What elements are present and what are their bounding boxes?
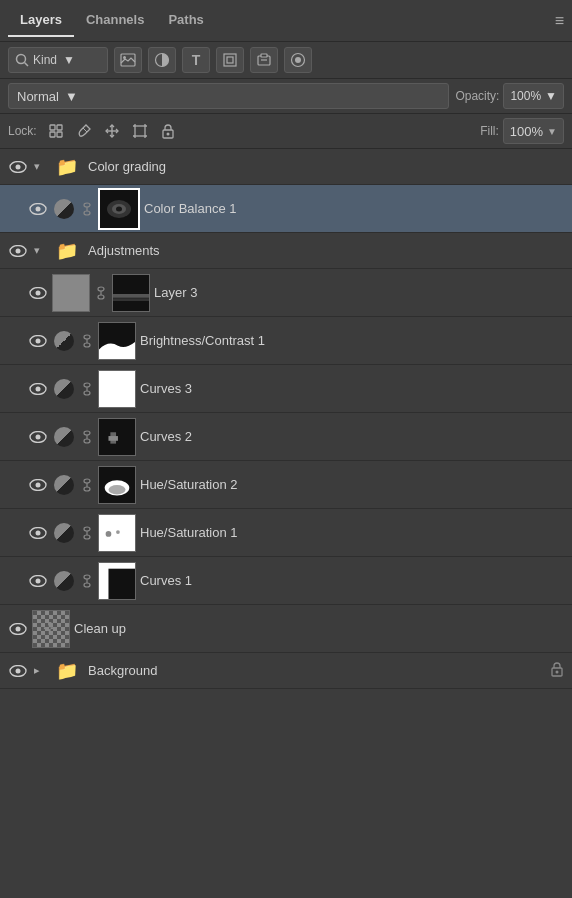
eye-hue-saturation-2[interactable]: [28, 475, 48, 495]
svg-line-1: [25, 63, 29, 67]
svg-point-46: [98, 295, 104, 299]
svg-rect-94: [99, 563, 135, 569]
folder-color-grading-icon: 📁: [56, 156, 78, 178]
thumb-hue-1: [98, 514, 136, 552]
svg-point-72: [84, 479, 90, 483]
tab-channels[interactable]: Channels: [74, 4, 157, 37]
svg-point-44: [36, 290, 41, 295]
chain-layer-3: [94, 283, 108, 303]
layer-curves-2[interactable]: Curves 2: [0, 413, 572, 461]
eye-curves-3[interactable]: [28, 379, 48, 399]
svg-point-31: [16, 164, 21, 169]
svg-point-54: [84, 343, 90, 347]
tab-layers[interactable]: Layers: [8, 4, 74, 37]
layer-hue-saturation-1[interactable]: Hue/Saturation 1: [0, 509, 572, 557]
chevron-adjustments[interactable]: ▾: [34, 244, 46, 257]
chevron-background[interactable]: ▸: [34, 664, 46, 677]
lock-paint-icon[interactable]: [73, 120, 95, 142]
lock-move-icon[interactable]: [101, 120, 123, 142]
layer-hue-saturation-2[interactable]: Hue/Saturation 2: [0, 461, 572, 509]
brightness-contrast-1-label: Brightness/Contrast 1: [140, 333, 265, 348]
eye-brightness-contrast-1[interactable]: [28, 331, 48, 351]
svg-rect-48: [113, 275, 149, 311]
opacity-label: Opacity:: [455, 89, 499, 103]
svg-point-58: [36, 386, 41, 391]
opacity-input[interactable]: 100% ▼: [503, 83, 564, 109]
thumb-clean-up: ✛: [32, 610, 70, 648]
layers-list: ▾ 📁 Color grading: [0, 149, 572, 689]
opacity-dropdown-arrow: ▼: [545, 89, 557, 103]
eye-adjustments[interactable]: [8, 241, 28, 261]
layer-3[interactable]: Layer 3: [0, 269, 572, 317]
smart-filter-icon[interactable]: [250, 47, 278, 73]
layer-color-balance-1[interactable]: Color Balance 1: [0, 185, 572, 233]
group-color-grading[interactable]: ▾ 📁 Color grading: [0, 149, 572, 185]
svg-point-80: [84, 527, 90, 531]
svg-point-64: [84, 431, 90, 435]
eye-color-grading[interactable]: [8, 157, 28, 177]
svg-point-34: [84, 203, 90, 207]
lock-pixels-icon[interactable]: [45, 120, 67, 142]
thumb-hue-2: [98, 466, 136, 504]
svg-rect-12: [50, 125, 55, 130]
group-adjustments-label: Adjustments: [88, 243, 160, 258]
eye-hue-saturation-1[interactable]: [28, 523, 48, 543]
svg-point-77: [108, 485, 125, 494]
svg-point-53: [84, 335, 90, 339]
layer-clean-up[interactable]: ✛ Clean up: [0, 605, 572, 653]
svg-point-3: [123, 56, 126, 59]
group-adjustments[interactable]: ▾ 📁 Adjustments: [0, 233, 572, 269]
svg-rect-13: [57, 125, 62, 130]
tab-paths[interactable]: Paths: [156, 4, 215, 37]
group-background[interactable]: ▸ 📁 Background: [0, 653, 572, 689]
svg-point-29: [166, 133, 169, 136]
chain-color-balance-1: [80, 199, 94, 219]
layer-curves-3[interactable]: Curves 3: [0, 365, 572, 413]
svg-rect-5: [224, 54, 236, 66]
svg-point-90: [84, 583, 90, 587]
layer-brightness-contrast-1[interactable]: Brightness/Contrast 1: [0, 317, 572, 365]
hue-saturation-1-label: Hue/Saturation 1: [140, 525, 238, 540]
svg-rect-6: [227, 57, 233, 63]
adjustment-icon-brightness: [54, 331, 74, 351]
blend-dropdown-arrow: ▼: [65, 89, 78, 104]
svg-point-35: [84, 211, 90, 215]
search-icon: [15, 53, 29, 67]
svg-point-71: [36, 482, 41, 487]
svg-rect-8: [261, 54, 267, 57]
kind-select[interactable]: Kind ▼: [8, 47, 108, 73]
tab-bar: Layers Channels Paths ≡: [0, 0, 572, 42]
eye-clean-up[interactable]: [8, 619, 28, 639]
layer-3-label: Layer 3: [154, 285, 197, 300]
panel-menu-icon[interactable]: ≡: [555, 12, 564, 30]
fill-label: Fill:: [480, 124, 499, 138]
pixel-filter-icon[interactable]: [284, 47, 312, 73]
group-background-label: Background: [88, 663, 157, 678]
chevron-color-grading[interactable]: ▾: [34, 160, 46, 173]
eye-curves-1[interactable]: [28, 571, 48, 591]
image-filter-icon[interactable]: [114, 47, 142, 73]
lock-row: Lock:: [0, 114, 572, 149]
lock-artboard-icon[interactable]: [129, 120, 151, 142]
curves-1-label: Curves 1: [140, 573, 192, 588]
blend-mode-select[interactable]: Normal ▼: [8, 83, 449, 109]
eye-background[interactable]: [8, 661, 28, 681]
chain-brightness-1: [80, 331, 94, 351]
chain-hue-saturation-2: [80, 475, 94, 495]
eye-color-balance-1[interactable]: [28, 199, 48, 219]
fill-input[interactable]: 100% ▼: [503, 118, 564, 144]
type-filter-icon[interactable]: T: [182, 47, 210, 73]
eye-layer-3[interactable]: [28, 283, 48, 303]
svg-point-40: [116, 206, 122, 211]
adjustment-icon-curves-2: [54, 427, 74, 447]
svg-point-60: [84, 391, 90, 395]
eye-curves-2[interactable]: [28, 427, 48, 447]
lock-all-icon[interactable]: [157, 120, 179, 142]
svg-point-63: [36, 434, 41, 439]
transform-filter-icon[interactable]: [216, 47, 244, 73]
thumb-brightness-1: [98, 322, 136, 360]
halftone-filter-icon[interactable]: [148, 47, 176, 73]
layer-curves-1[interactable]: Curves 1: [0, 557, 572, 605]
svg-point-0: [17, 55, 26, 64]
svg-point-85: [106, 531, 112, 537]
